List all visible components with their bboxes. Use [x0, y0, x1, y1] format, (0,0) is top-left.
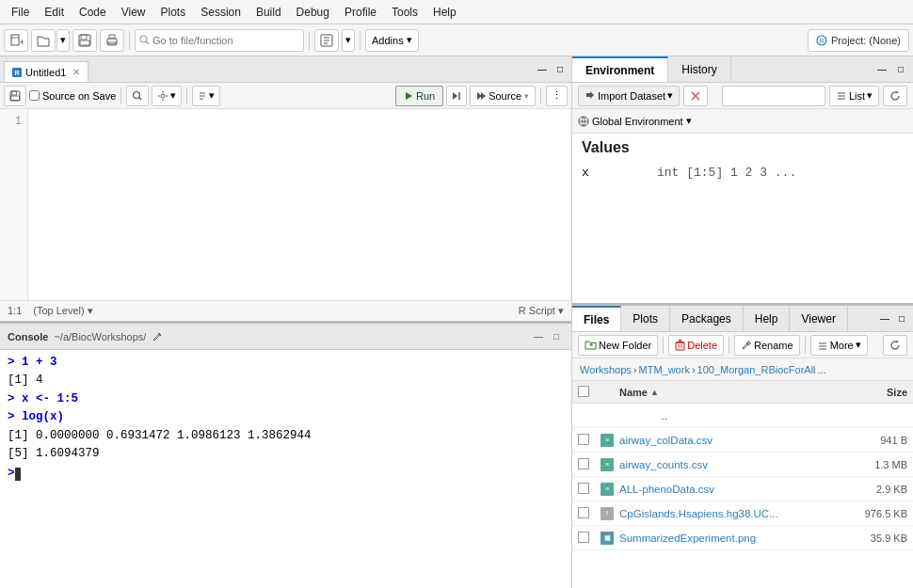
tab-packages[interactable]: Packages	[670, 306, 744, 331]
edit-path-icon[interactable]	[152, 331, 163, 342]
save-btn[interactable]	[72, 29, 97, 52]
maximize-env-btn[interactable]: □	[892, 61, 909, 78]
breadcrumb-more[interactable]: ...	[818, 364, 826, 375]
file-row-airway-counts[interactable]: ≡ airway_counts.csv 1.3 MB	[572, 453, 913, 477]
goto-file-input[interactable]	[150, 35, 291, 46]
tab-viewer[interactable]: Viewer	[790, 306, 847, 331]
tab-help[interactable]: Help	[744, 306, 791, 331]
file-row-cpgislands[interactable]: f CpGislands.Hsapiens.hg38.UC... 976.5 K…	[572, 501, 913, 526]
global-env-dropdown[interactable]: Global Environment ▾	[578, 115, 692, 127]
new-folder-btn[interactable]: + New Folder	[578, 335, 658, 356]
file-row-summarized-experiment[interactable]: ▣ SummarizedExperiment.png 35.9 KB	[572, 526, 913, 550]
global-toolbar: + ▾ ▾ Addins ▾ R Project: (None)	[0, 24, 913, 56]
open-file-dropdown[interactable]: ▾	[56, 29, 70, 52]
env-variable-x[interactable]: x int [1:5] 1 2 3 ...	[582, 164, 904, 182]
refresh-env-btn[interactable]	[883, 86, 907, 106]
file-checkbox-1[interactable]	[578, 434, 589, 445]
console-title: Console	[8, 331, 48, 342]
minimize-editor-btn[interactable]: —	[535, 62, 550, 77]
navigate-up-btn[interactable]: ..	[661, 408, 667, 422]
file-name-4[interactable]: CpGislands.Hsapiens.hg38.UC...	[619, 508, 832, 519]
menu-view[interactable]: View	[114, 4, 153, 21]
context-indicator[interactable]: (Top Level) ▾	[33, 305, 92, 317]
sort-name-icon: ▲	[650, 388, 659, 397]
save-file-btn[interactable]	[4, 86, 26, 106]
file-row-all-phenodata[interactable]: ≡ ALL-phenoData.csv 2.9 KB	[572, 477, 913, 501]
svg-point-9	[140, 36, 147, 42]
menu-code[interactable]: Code	[72, 4, 114, 21]
file-name-3[interactable]: ALL-phenoData.csv	[619, 484, 832, 495]
code-tools-btn[interactable]: ▾	[152, 86, 182, 106]
import-dataset-dropdown[interactable]: Import Dataset ▾	[578, 86, 680, 106]
svg-marker-36	[481, 92, 486, 100]
menu-session[interactable]: Session	[193, 4, 248, 21]
breadcrumb-workshops[interactable]: Workshops	[580, 364, 632, 375]
addins-dropdown[interactable]: Addins ▾	[365, 29, 419, 52]
refresh-files-btn[interactable]	[883, 335, 907, 356]
editor-text[interactable]	[28, 109, 571, 300]
svg-rect-20	[12, 91, 17, 95]
tab-history[interactable]: History	[668, 56, 730, 82]
more-btn[interactable]: More ▾	[810, 335, 868, 356]
minimize-files-btn[interactable]: —	[877, 311, 892, 326]
menu-tools[interactable]: Tools	[384, 4, 425, 21]
editor-options-btn[interactable]: ⋮	[546, 86, 568, 106]
goto-file-input-wrapper[interactable]	[135, 29, 304, 52]
svg-text:+: +	[20, 38, 23, 47]
new-file-btn[interactable]: +	[4, 29, 28, 52]
chunk-options-btn[interactable]	[314, 29, 339, 52]
jump-to-btn[interactable]: ▾	[192, 86, 220, 106]
files-row-up[interactable]: ..	[572, 404, 913, 428]
menu-plots[interactable]: Plots	[153, 4, 194, 21]
source-on-save-checkbox[interactable]: Source on Save	[29, 90, 116, 102]
rename-icon	[741, 340, 752, 351]
menu-build[interactable]: Build	[248, 4, 289, 21]
file-checkbox-5[interactable]	[578, 532, 589, 543]
file-name-2[interactable]: airway_counts.csv	[619, 459, 832, 470]
run-btn[interactable]: Run	[395, 86, 443, 106]
minimize-console-btn[interactable]: —	[531, 329, 546, 344]
editor-tab-untitled1[interactable]: R Untitled1 ✕	[4, 61, 88, 82]
console-content[interactable]: > 1 + 3 [1] 4 > x <- 1:5 > log(x) [1] 0.…	[0, 350, 571, 588]
delete-btn[interactable]: Delete	[668, 335, 724, 356]
maximize-files-btn[interactable]: □	[894, 311, 909, 326]
tab-environment[interactable]: Environment	[572, 56, 668, 82]
list-view-btn[interactable]: List ▾	[829, 86, 879, 106]
breadcrumb-mtm-work[interactable]: MTM_work	[639, 364, 690, 375]
file-checkbox-2[interactable]	[578, 458, 589, 469]
minimize-env-btn[interactable]: —	[873, 61, 890, 78]
rename-btn[interactable]: Rename	[734, 335, 800, 356]
console-input-line[interactable]: >	[8, 465, 564, 483]
menu-debug[interactable]: Debug	[289, 4, 337, 21]
chunk-options-dropdown[interactable]: ▾	[342, 29, 355, 52]
file-checkbox-4[interactable]	[578, 507, 589, 518]
var-type-x: int [1:5] 1 2 3 ...	[638, 166, 796, 180]
maximize-console-btn[interactable]: □	[549, 329, 564, 344]
file-size-3: 2.9 KB	[832, 484, 907, 495]
file-row-airway-coldata[interactable]: ≡ airway_colData.csv 941 B	[572, 428, 913, 453]
open-file-btn[interactable]	[31, 29, 56, 52]
file-name-1[interactable]: airway_colData.csv	[619, 435, 832, 446]
find-btn[interactable]	[126, 86, 149, 106]
menu-profile[interactable]: Profile	[337, 4, 384, 21]
menu-edit[interactable]: Edit	[37, 4, 72, 21]
menu-help[interactable]: Help	[425, 4, 464, 21]
clear-icon	[690, 90, 701, 102]
env-search-input[interactable]	[722, 86, 825, 106]
filetype-indicator[interactable]: R Script ▾	[519, 305, 564, 317]
close-tab-btn[interactable]: ✕	[72, 67, 80, 77]
breadcrumb-100-morgan[interactable]: 100_Morgan_RBiocForAll	[697, 364, 816, 375]
tab-plots[interactable]: Plots	[621, 306, 670, 331]
csv-icon-3: ≡	[601, 483, 614, 496]
select-all-checkbox[interactable]	[578, 386, 589, 397]
clear-env-btn[interactable]	[683, 86, 708, 106]
menu-file[interactable]: File	[4, 4, 37, 21]
tab-files[interactable]: Files	[572, 306, 621, 331]
sort-by-name[interactable]: Name ▲	[619, 387, 832, 398]
file-name-5[interactable]: SummarizedExperiment.png	[619, 532, 832, 544]
file-checkbox-3[interactable]	[578, 483, 589, 494]
source-btn[interactable]: Source ▾	[470, 86, 536, 106]
print-btn[interactable]	[100, 29, 124, 52]
maximize-editor-btn[interactable]: □	[553, 62, 568, 77]
run-next-btn[interactable]	[446, 86, 467, 106]
